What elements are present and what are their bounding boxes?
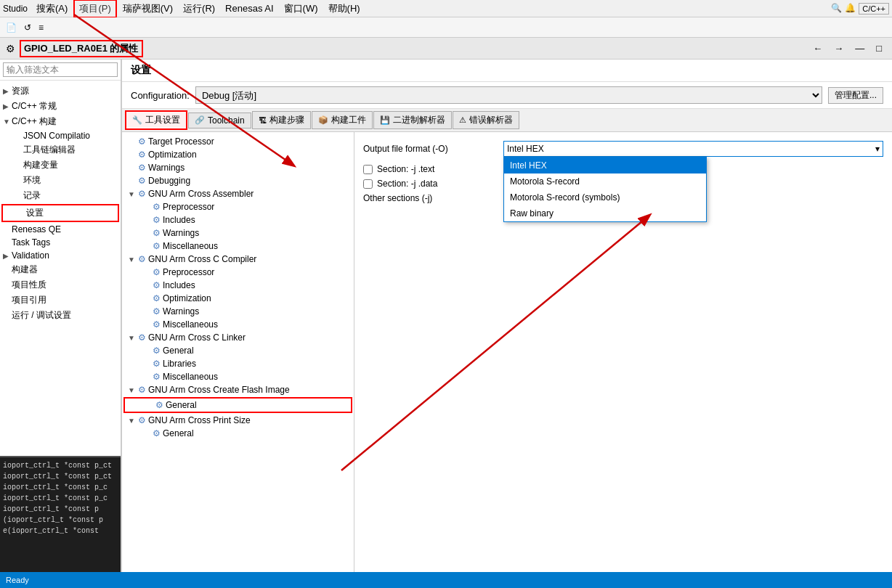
settings-tree-item[interactable]: ⚙Includes [122,213,354,226]
settings-tree-item[interactable]: ⚙Includes [122,279,354,292]
tab-icon: 📦 [318,115,328,125]
sidebar-item[interactable]: ▶C/C++ 常规 [0,99,121,114]
menu-project[interactable]: 项目(P) [73,0,116,18]
settings-tree-item[interactable]: ⚙Optimization [122,148,354,161]
stree-tool-icon: ⚙ [153,306,161,317]
nav-forward-icon[interactable]: → [830,41,848,55]
menu-renesas-view[interactable]: 瑞萨视图(V) [118,1,177,17]
settings-tree-item[interactable]: ▼⚙GNU Arm Cross C Compiler [122,253,354,266]
format-option[interactable]: Raw binary [504,205,706,221]
menu-run[interactable]: 运行(R) [179,1,219,17]
settings-tree-item[interactable]: ⚙Warnings [122,226,354,240]
settings-tree-item[interactable]: ⚙Preprocessor [122,266,354,279]
tab-二进制解析器[interactable]: 💾二进制解析器 [373,111,452,129]
sidebar-item[interactable]: Renesas QE [0,223,121,236]
stree-tool-icon: ⚙ [153,202,161,212]
settings-tree-item[interactable]: ⚙Debugging [122,174,354,187]
tab-构建步骤[interactable]: 🏗构建步骤 [252,111,311,129]
settings-tree-item[interactable]: ⚙Target Processor [122,135,354,148]
stree-tool-icon: ⚙ [153,372,161,382]
manage-config-button[interactable]: 管理配置... [828,87,883,104]
settings-tree-item[interactable]: ⚙Warnings [122,305,354,318]
sidebar-item[interactable]: ▼C/C++ 构建 [0,114,121,129]
format-option[interactable]: Intel HEX [504,158,706,173]
dialog-title-icon: ⚙ [6,43,15,54]
code-line: ioport_ctrl_t *const p_c [3,493,118,504]
settings-tree-item[interactable]: ⚙Optimization [122,292,354,305]
stree-item-label: Includes [163,215,351,225]
stree-item-label: Miscellaneous [163,319,351,330]
sidebar-item-label: 工具链编辑器 [23,144,118,156]
settings-tree-item[interactable]: ⚙General [122,344,354,357]
stree-item-label: GNU Arm Cross Assembler [148,189,351,199]
sidebar-item[interactable]: 设置 [1,204,119,222]
toolbar-doc-icon[interactable]: 📄 [3,21,20,34]
menu-renesas-ai[interactable]: Renesas AI [221,1,278,15]
stree-tool-icon: ⚙ [138,136,146,147]
section-checkbox[interactable] [363,179,373,189]
stree-item-label: Warnings [163,228,351,238]
tab-工具设置[interactable]: 🔧工具设置 [125,110,187,130]
stree-item-label: Libraries [163,359,351,369]
sidebar-filter-input[interactable] [3,62,118,77]
search-icon[interactable]: 🔍 [831,3,842,15]
nav-back-icon[interactable]: ← [808,41,827,55]
sidebar-item-label: 构建变量 [23,159,118,171]
stree-item-label: GNU Arm Cross C Linker [148,332,351,343]
right-panel: 设置 Configuration: Debug [活动] 管理配置... 🔧工具… [122,60,892,572]
config-label: Configuration: [131,90,190,101]
tab-Toolchain[interactable]: 🔗Toolchain [188,113,251,128]
output-format-row: Output file format (-O) Intel HEX ▾ Inte… [363,141,883,157]
sidebar-item[interactable]: 运行 / 调试设置 [0,308,121,323]
sidebar-item[interactable]: 环境 [0,173,121,188]
menu-search[interactable]: 搜索(A) [32,1,72,17]
menu-window[interactable]: 窗口(W) [280,1,323,17]
stree-tool-icon: ⚙ [153,346,161,356]
toolbar-menu-icon[interactable]: ≡ [36,21,46,34]
sidebar-item[interactable]: 项目引用 [0,293,121,308]
settings-tree-item[interactable]: ⚙General [122,427,354,440]
settings-tree-item[interactable]: ▼⚙GNU Arm Cross Assembler [122,187,354,200]
settings-tree-item[interactable]: ▼⚙GNU Arm Cross C Linker [122,331,354,344]
sidebar-item[interactable]: 记录 [0,188,121,203]
section-checkbox[interactable] [363,165,373,174]
sidebar-item-label: C/C++ 常规 [12,100,118,113]
window-minimize-btn[interactable]: — [851,41,869,55]
sidebar-item[interactable]: Task Tags [0,236,121,249]
sidebar-item[interactable]: ▶Validation [0,249,121,262]
format-dropdown-trigger[interactable]: Intel HEX ▾ [503,141,883,157]
config-select[interactable]: Debug [活动] [195,86,822,104]
sidebar-item[interactable]: 项目性质 [0,277,121,293]
code-line: e(ioport_ctrl_t *const [3,526,118,536]
sidebar-item[interactable]: 构建器 [0,262,121,277]
settings-tree-item[interactable]: ⚙Miscellaneous [122,318,354,331]
toolbar-undo-icon[interactable]: ↺ [21,21,34,34]
format-option[interactable]: Motorola S-record (symbols) [504,189,706,205]
settings-tree-item[interactable]: ⚙Miscellaneous [122,370,354,383]
settings-tree-item[interactable]: ▼⚙GNU Arm Cross Print Size [122,414,354,427]
settings-tree-item[interactable]: ⚙General [123,397,352,413]
tab-错误解析器[interactable]: ⚠错误解析器 [453,111,519,129]
settings-tree-item[interactable]: ▼⚙GNU Arm Cross Create Flash Image [122,383,354,396]
statusbar: Ready [0,572,892,588]
stree-tool-icon: ⚙ [153,280,161,290]
tab-构建工件[interactable]: 📦构建工件 [312,111,373,129]
stree-tool-icon: ⚙ [138,415,146,425]
notification-icon[interactable]: 🔔 [845,3,856,15]
sidebar-item[interactable]: 工具链编辑器 [0,142,121,158]
tab-label: 构建步骤 [269,114,304,126]
menu-help[interactable]: 帮助(H) [324,1,365,17]
sidebar-item[interactable]: 构建变量 [0,158,121,173]
sidebar-item-label: 环境 [23,174,118,187]
stree-tool-icon: ⚙ [138,163,146,173]
format-option[interactable]: Motorola S-record [504,173,706,189]
settings-tree-item[interactable]: ⚙Miscellaneous [122,240,354,253]
settings-tree-item[interactable]: ⚙Warnings [122,161,354,174]
settings-heading: 设置 [122,60,892,82]
settings-tree-item[interactable]: ⚙Preprocessor [122,200,354,213]
settings-tree-item[interactable]: ⚙Libraries [122,357,354,370]
stree-tool-icon: ⚙ [153,319,161,330]
sidebar-item[interactable]: JSON Compilatio [0,129,121,142]
window-maximize-btn[interactable]: □ [872,41,886,55]
sidebar-item[interactable]: ▶资源 [0,83,121,99]
